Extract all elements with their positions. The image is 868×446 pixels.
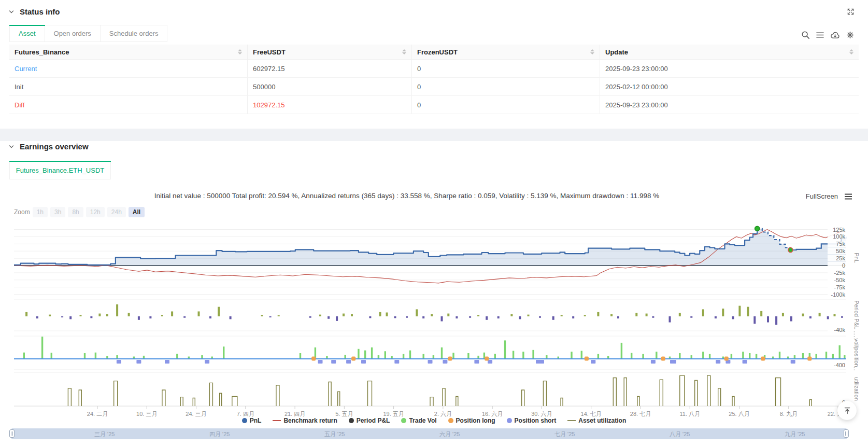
legend-item-period-p-l[interactable]: Period P&L — [349, 417, 390, 424]
zoom-button-24h[interactable]: 24h — [107, 207, 126, 217]
legend-item-position-long[interactable]: Position long — [448, 417, 495, 424]
legend-item-trade-vol[interactable]: Trade Vol — [401, 417, 436, 424]
table-row[interactable]: Diff102972.1502025-09-23 23:00:00 — [9, 96, 859, 114]
svg-text:125k: 125k — [833, 227, 845, 233]
legend-marker — [273, 420, 281, 421]
svg-text:24. 二月: 24. 二月 — [87, 411, 108, 417]
legend-marker — [567, 420, 576, 421]
column-label: Update — [605, 48, 628, 56]
svg-text:14. 七月: 14. 七月 — [581, 411, 602, 417]
navigator-label: 三月 '25 — [94, 430, 115, 438]
table-cell: Diff — [9, 96, 248, 114]
svg-text:PnL: PnL — [853, 253, 860, 263]
legend-marker — [242, 418, 247, 423]
settings-icon[interactable] — [846, 31, 855, 39]
table-row[interactable]: Init50000002025-02-12 00:00:00 — [9, 78, 859, 96]
svg-text:25. 八月: 25. 八月 — [729, 411, 749, 417]
column-header-frozenusdt[interactable]: FrozenUSDT — [412, 45, 600, 59]
svg-text:utilization: utilization — [853, 377, 860, 401]
fullscreen-button[interactable]: FullScreen — [806, 192, 852, 200]
zoom-button-12h[interactable]: 12h — [86, 207, 105, 217]
navigator-label: 六月 '25 — [439, 430, 460, 438]
earnings-title: Earnings overview — [20, 142, 89, 151]
earnings-header: Earnings overview — [8, 142, 89, 151]
chart-menu-icon[interactable] — [844, 193, 852, 200]
zoom-button-1h[interactable]: 1h — [33, 207, 48, 217]
svg-text:-75k: -75k — [834, 284, 846, 290]
table-cell: 2025-09-23 23:00:00 — [600, 96, 859, 114]
legend-label: Benchmark return — [283, 417, 337, 424]
navigator-label: 四月 '25 — [209, 430, 230, 438]
cloud-download-icon[interactable] — [830, 31, 840, 39]
zoom-controls: Zoom 1h3h8h12h24hAll — [14, 207, 145, 217]
fullscreen-expand-icon[interactable] — [847, 8, 855, 17]
navigator-right-handle[interactable] — [844, 429, 849, 438]
svg-text:10. 三月: 10. 三月 — [136, 411, 157, 417]
table-cell: 102972.15 — [248, 96, 412, 114]
list-icon[interactable] — [816, 31, 824, 39]
svg-text:-100k: -100k — [831, 291, 845, 298]
navigator-left-handle[interactable] — [9, 429, 15, 438]
legend-label: Position long — [456, 417, 495, 424]
table-row[interactable]: Current602972.1502025-09-23 23:00:00 — [9, 60, 859, 78]
svg-text:28. 七月: 28. 七月 — [630, 411, 651, 417]
status-tabs: AssetOpen ordersSchedule orders — [9, 25, 167, 42]
svg-text:5. 五月: 5. 五月 — [335, 411, 353, 417]
tab-futures-binance-eth-usdt[interactable]: Futures_Binance.ETH_USDT — [9, 161, 111, 179]
svg-text:50k: 50k — [836, 248, 845, 254]
table-cell: Init — [9, 78, 248, 95]
table-cell: 602972.15 — [248, 60, 412, 77]
column-label: FrozenUSDT — [417, 48, 458, 56]
zoom-button-all[interactable]: All — [129, 207, 145, 217]
tab-schedule-orders[interactable]: Schedule orders — [101, 25, 168, 42]
status-info-title: Status info — [20, 7, 60, 16]
tab-open-orders[interactable]: Open orders — [45, 25, 101, 42]
navigator-label: 五月 '25 — [324, 430, 345, 438]
chart-navigator[interactable]: 三月 '25四月 '25五月 '25六月 '25七月 '25八月 '25九月 '… — [11, 428, 847, 439]
earnings-chart[interactable]: 24. 二月10. 三月24. 三月7. 四月21. 四月5. 五月19. 五月… — [0, 220, 868, 418]
chevron-down-icon[interactable] — [8, 144, 15, 150]
svg-text:16. 六月: 16. 六月 — [482, 411, 503, 417]
legend-item-asset-utilization[interactable]: Asset utilization — [567, 417, 626, 424]
legend-marker — [448, 418, 453, 423]
zoom-button-3h[interactable]: 3h — [50, 207, 65, 217]
table-cell: 0 — [412, 96, 600, 114]
svg-text:25k: 25k — [836, 255, 845, 261]
legend-label: Position short — [515, 417, 557, 424]
sort-icon[interactable] — [587, 49, 594, 54]
fullscreen-label: FullScreen — [806, 192, 838, 200]
navigator-label: 九月 '25 — [785, 430, 805, 438]
table-cell: 0 — [412, 60, 600, 77]
zoom-button-8h[interactable]: 8h — [68, 207, 83, 217]
navigator-label: 七月 '25 — [554, 430, 575, 438]
svg-text:-40k: -40k — [834, 327, 846, 333]
column-header-update[interactable]: Update — [600, 45, 859, 59]
column-header-freeusdt[interactable]: FreeUSDT — [248, 45, 412, 59]
table-cell: 0 — [412, 78, 600, 95]
svg-text:Period P&L: Period P&L — [853, 300, 860, 329]
sort-icon[interactable] — [846, 49, 853, 54]
svg-text:-25k: -25k — [834, 270, 846, 276]
column-header-futures-binance[interactable]: Futures_Binance — [9, 45, 248, 59]
scroll-to-top-button[interactable] — [837, 401, 857, 420]
table-cell: 2025-02-12 00:00:00 — [600, 78, 859, 95]
legend-item-benchmark-return[interactable]: Benchmark return — [273, 417, 337, 424]
tab-asset[interactable]: Asset — [9, 25, 45, 42]
svg-text:7. 四月: 7. 四月 — [237, 411, 254, 417]
status-info-header: Status info — [8, 7, 60, 16]
sort-icon[interactable] — [399, 49, 406, 54]
sort-icon[interactable] — [235, 49, 242, 54]
legend-item-position-short[interactable]: Position short — [507, 417, 557, 424]
svg-text:vol/position: vol/position — [853, 338, 860, 367]
legend-marker — [349, 418, 354, 423]
summary-stats: Initial net value : 500000 Total profit:… — [0, 192, 814, 200]
zoom-label: Zoom — [14, 208, 30, 216]
svg-text:8. 九月: 8. 九月 — [780, 411, 798, 417]
column-label: Futures_Binance — [15, 48, 69, 56]
legend-item-pnl[interactable]: PnL — [242, 417, 262, 424]
chevron-down-icon[interactable] — [8, 9, 15, 15]
page: Status info AssetOpen ordersSchedule ord… — [0, 0, 868, 446]
svg-text:2. 六月: 2. 六月 — [434, 411, 452, 417]
search-icon[interactable] — [801, 31, 810, 39]
legend-marker — [401, 418, 406, 423]
